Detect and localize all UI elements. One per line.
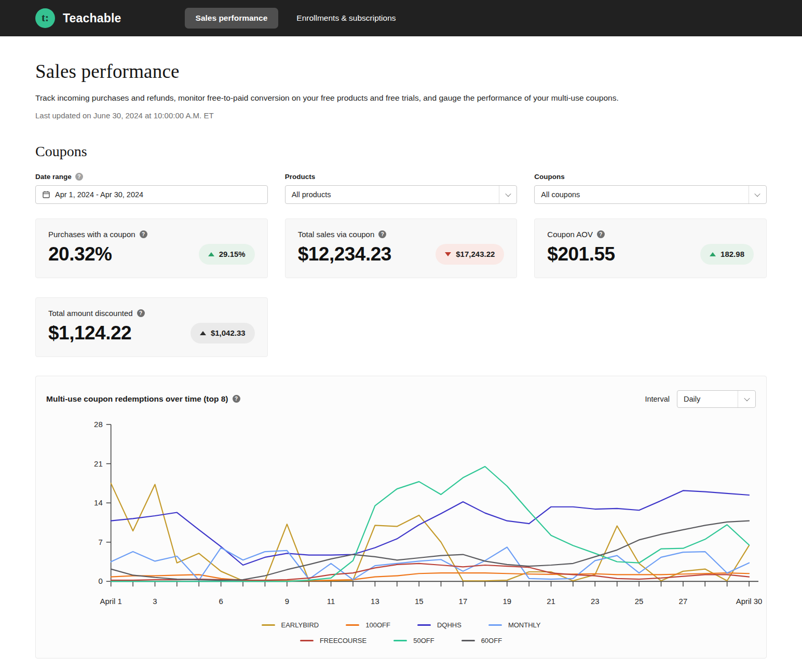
- top-nav: t: Teachable Sales performance Enrollmen…: [0, 0, 802, 36]
- chevron-down-icon: [738, 391, 755, 407]
- trend-down-icon: [445, 252, 451, 256]
- help-icon[interactable]: ?: [378, 230, 386, 238]
- card-purchases-with-coupon: Purchases with a coupon ? 20.32% 29.15%: [35, 218, 268, 278]
- trend-up-icon: [710, 252, 716, 256]
- help-icon[interactable]: ?: [137, 309, 145, 317]
- card-coupon-aov: Coupon AOV ? $201.55 182.98: [534, 218, 767, 278]
- legend-item[interactable]: FREECOURSE: [300, 637, 366, 644]
- legend-row: EARLYBIRD100OFFDQHHSMONTHLY: [36, 621, 766, 629]
- page-content: Sales performance Track incoming purchas…: [0, 60, 802, 672]
- svg-text:0: 0: [98, 577, 102, 585]
- change-value: 29.15%: [219, 250, 246, 258]
- legend-swatch-icon: [417, 624, 431, 626]
- coupons-label: Coupons: [534, 173, 565, 181]
- interval-select[interactable]: Daily: [677, 390, 756, 408]
- legend-swatch-icon: [346, 624, 359, 626]
- svg-text:15: 15: [415, 597, 424, 606]
- trend-up-icon: [200, 331, 206, 335]
- svg-text:14: 14: [94, 498, 103, 507]
- chevron-down-icon: [499, 186, 516, 203]
- metric-label: Coupon AOV: [547, 230, 593, 239]
- help-icon[interactable]: ?: [75, 173, 83, 181]
- page-description: Track incoming purchases and refunds, mo…: [35, 93, 767, 103]
- svg-text:17: 17: [459, 597, 468, 606]
- chart-legend: EARLYBIRD100OFFDQHHSMONTHLYFREECOURSE50O…: [36, 621, 766, 651]
- interval-value: Daily: [684, 395, 700, 403]
- svg-text:3: 3: [153, 597, 157, 606]
- metric-label: Total amount discounted: [48, 309, 133, 318]
- coupon-redemptions-line-chart: 07142128April 1369111315171921232527Apri…: [36, 420, 766, 613]
- interval-label: Interval: [645, 395, 670, 403]
- help-icon[interactable]: ?: [597, 230, 605, 238]
- legend-item[interactable]: DQHHS: [417, 621, 461, 629]
- products-value: All products: [292, 190, 331, 199]
- legend-swatch-icon: [488, 624, 502, 626]
- svg-text:19: 19: [502, 597, 511, 606]
- coupons-section-title: Coupons: [35, 143, 767, 160]
- products-label: Products: [285, 173, 316, 181]
- date-range-input[interactable]: Apr 1, 2024 - Apr 30, 2024: [35, 185, 268, 204]
- metric-cards: Purchases with a coupon ? 20.32% 29.15% …: [35, 218, 767, 357]
- chevron-down-icon: [749, 186, 766, 203]
- svg-text:11: 11: [327, 597, 335, 606]
- legend-item[interactable]: EARLYBIRD: [262, 621, 319, 629]
- filters-row: Date range ? Apr 1, 2024 - Apr 30, 2024 …: [35, 173, 767, 204]
- legend-swatch-icon: [393, 640, 407, 641]
- legend-item[interactable]: 100OFF: [346, 621, 390, 629]
- legend-label: DQHHS: [437, 621, 461, 629]
- svg-text:28: 28: [94, 420, 103, 429]
- chart-title: Multi-use coupon redemptions over time (…: [46, 394, 228, 404]
- help-icon[interactable]: ?: [233, 395, 240, 403]
- brand-name: Teachable: [63, 11, 121, 25]
- card-total-amount-discounted: Total amount discounted ? $1,124.22 $1,0…: [35, 297, 268, 357]
- change-value: $17,243.22: [456, 250, 495, 258]
- svg-text:7: 7: [98, 538, 102, 546]
- legend-label: FREECOURSE: [320, 637, 366, 644]
- filter-coupons: Coupons All coupons: [534, 173, 767, 204]
- coupons-select[interactable]: All coupons: [534, 185, 767, 204]
- svg-text:9: 9: [285, 597, 289, 606]
- metric-label: Total sales via coupon: [298, 230, 375, 239]
- svg-text:21: 21: [547, 597, 555, 606]
- legend-swatch-icon: [461, 640, 475, 641]
- legend-item[interactable]: MONTHLY: [488, 621, 541, 629]
- svg-text:April 30: April 30: [736, 597, 763, 606]
- svg-text:25: 25: [635, 597, 644, 606]
- date-range-label: Date range: [35, 173, 72, 181]
- brand: t: Teachable: [35, 8, 121, 28]
- last-updated-text: Last updated on June 30, 2024 at 10:00:0…: [35, 111, 767, 120]
- change-badge: $1,042.33: [191, 323, 255, 344]
- coupon-redemptions-panel: Multi-use coupon redemptions over time (…: [35, 376, 767, 659]
- legend-label: EARLYBIRD: [281, 621, 319, 629]
- svg-text:23: 23: [591, 597, 600, 606]
- legend-swatch-icon: [300, 640, 314, 641]
- legend-row: FREECOURSE50OFF60OFF: [36, 637, 766, 644]
- change-value: $1,042.33: [211, 328, 246, 337]
- legend-item[interactable]: 50OFF: [393, 637, 434, 644]
- legend-swatch-icon: [262, 624, 275, 626]
- help-icon[interactable]: ?: [140, 230, 147, 238]
- tab-enrollments-subscriptions[interactable]: Enrollments & subscriptions: [296, 13, 396, 23]
- svg-text:April 1: April 1: [100, 597, 122, 606]
- legend-label: 60OFF: [481, 637, 502, 644]
- tab-sales-performance[interactable]: Sales performance: [185, 8, 279, 29]
- coupons-value: All coupons: [541, 190, 580, 199]
- products-select[interactable]: All products: [285, 185, 518, 204]
- filter-date-range: Date range ? Apr 1, 2024 - Apr 30, 2024: [35, 173, 268, 204]
- legend-item[interactable]: 60OFF: [461, 637, 502, 644]
- metric-value: $1,124.22: [48, 322, 131, 344]
- svg-text:6: 6: [219, 597, 223, 606]
- metric-value: 20.32%: [48, 243, 112, 265]
- legend-label: 50OFF: [413, 637, 434, 644]
- trend-up-icon: [208, 252, 214, 256]
- teachable-logo-icon: t:: [35, 8, 55, 28]
- filter-products: Products All products: [285, 173, 518, 204]
- card-total-sales-via-coupon: Total sales via coupon ? $12,234.23 $17,…: [285, 218, 518, 278]
- metric-value: $201.55: [547, 243, 615, 265]
- svg-text:27: 27: [679, 597, 688, 606]
- change-badge: $17,243.22: [436, 244, 504, 265]
- svg-text:13: 13: [371, 597, 379, 606]
- legend-label: 100OFF: [365, 621, 390, 629]
- calendar-icon: [42, 190, 50, 199]
- change-badge: 29.15%: [199, 244, 255, 265]
